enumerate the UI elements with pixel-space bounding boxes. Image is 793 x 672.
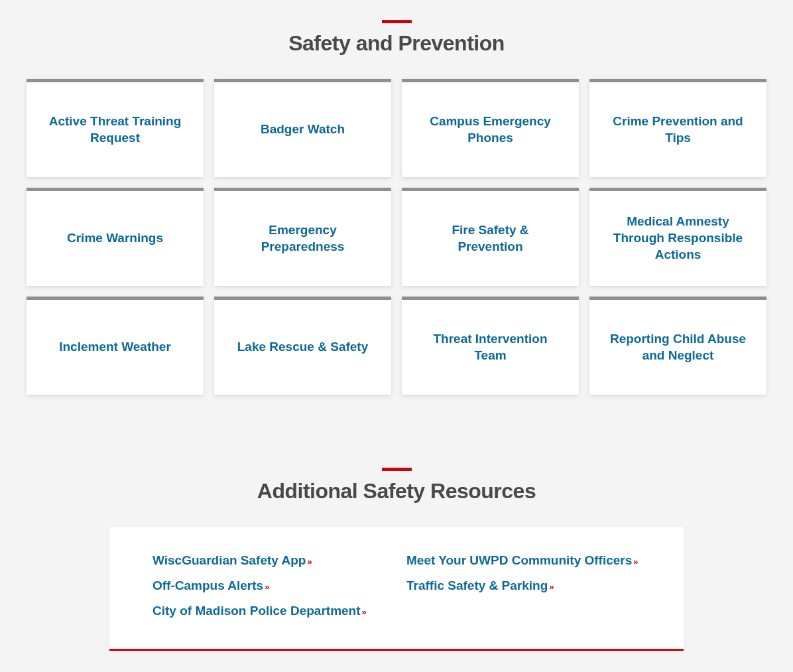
section-header-safety: Safety and Prevention: [27, 20, 766, 56]
link-label: Off-Campus Alerts: [152, 578, 263, 592]
card-label: Active Threat Training Request: [42, 113, 188, 146]
chevron-right-icon: »: [307, 557, 312, 567]
card-active-threat-training[interactable]: Active Threat Training Request: [27, 79, 204, 177]
link-label: City of Madison Police Department: [152, 604, 361, 618]
section-title: Safety and Prevention: [27, 31, 766, 56]
chevron-right-icon: »: [549, 582, 554, 592]
link-label: Meet Your UWPD Community Officers: [406, 553, 632, 567]
card-campus-emergency-phones[interactable]: Campus Emergency Phones: [402, 79, 579, 177]
card-fire-safety[interactable]: Fire Safety & Prevention: [402, 188, 579, 286]
link-label: Traffic Safety & Parking: [406, 578, 548, 592]
link-label: WiscGuardian Safety App: [152, 553, 306, 567]
card-label: Medical Amnesty Through Responsible Acti…: [605, 214, 751, 263]
resources-box: WiscGuardian Safety App» Off-Campus Aler…: [109, 527, 684, 651]
resources-columns: WiscGuardian Safety App» Off-Campus Aler…: [152, 553, 640, 629]
section-header-resources: Additional Safety Resources: [27, 468, 766, 504]
card-label: Threat Intervention Team: [418, 331, 563, 364]
card-grid: Active Threat Training Request Badger Wa…: [27, 79, 766, 395]
card-emergency-preparedness[interactable]: Emergency Preparedness: [214, 188, 391, 286]
card-threat-intervention[interactable]: Threat Intervention Team: [402, 297, 579, 395]
link-city-of-madison-pd[interactable]: City of Madison Police Department»: [152, 604, 387, 618]
card-label: Crime Warnings: [67, 230, 163, 247]
card-inclement-weather[interactable]: Inclement Weather: [27, 297, 204, 395]
accent-bar-icon: [382, 20, 412, 23]
resources-col-left: WiscGuardian Safety App» Off-Campus Aler…: [152, 553, 387, 629]
link-wiscguardian[interactable]: WiscGuardian Safety App»: [152, 553, 387, 568]
card-medical-amnesty[interactable]: Medical Amnesty Through Responsible Acti…: [589, 188, 766, 286]
card-crime-prevention-tips[interactable]: Crime Prevention and Tips: [589, 79, 766, 177]
card-lake-rescue[interactable]: Lake Rescue & Safety: [214, 297, 391, 395]
card-label: Crime Prevention and Tips: [605, 113, 751, 146]
card-label: Emergency Preparedness: [230, 222, 375, 255]
card-label: Inclement Weather: [59, 339, 171, 356]
accent-bar-icon: [382, 468, 412, 471]
link-traffic-safety-parking[interactable]: Traffic Safety & Parking»: [406, 578, 640, 593]
chevron-right-icon: »: [265, 582, 269, 592]
card-label: Badger Watch: [261, 121, 345, 138]
card-reporting-child-abuse[interactable]: Reporting Child Abuse and Neglect: [589, 297, 766, 395]
chevron-right-icon: »: [633, 557, 638, 567]
card-label: Campus Emergency Phones: [418, 113, 563, 146]
card-label: Fire Safety & Prevention: [418, 222, 563, 255]
link-uwpd-community-officers[interactable]: Meet Your UWPD Community Officers»: [406, 553, 640, 568]
section-title: Additional Safety Resources: [27, 479, 766, 504]
card-crime-warnings[interactable]: Crime Warnings: [27, 188, 204, 286]
card-badger-watch[interactable]: Badger Watch: [214, 79, 391, 177]
chevron-right-icon: »: [362, 607, 367, 617]
card-label: Reporting Child Abuse and Neglect: [605, 331, 751, 364]
resources-col-right: Meet Your UWPD Community Officers» Traff…: [406, 553, 640, 629]
link-off-campus-alerts[interactable]: Off-Campus Alerts»: [152, 578, 387, 593]
card-label: Lake Rescue & Safety: [237, 339, 369, 356]
